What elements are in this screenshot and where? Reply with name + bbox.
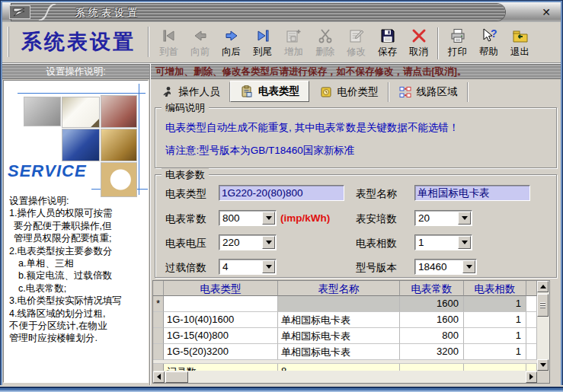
grid-cell[interactable]: 1 [464, 296, 526, 312]
horizontal-scroll-thumb[interactable] [165, 371, 188, 383]
grid-horizontal-scrollbar[interactable] [153, 371, 537, 383]
record-count-value: 8 [278, 364, 400, 371]
model-name-field[interactable] [414, 185, 530, 201]
meter-constant-combo[interactable]: 800 [219, 210, 277, 226]
scroll-up-icon[interactable] [537, 281, 549, 292]
phase-combo[interactable]: 1 [414, 234, 472, 250]
coding-info-line1: 电表类型自动生成不能重复, 其中电表常数是关键数据不能选错！ [165, 121, 459, 135]
grid-cell[interactable]: 1 [464, 312, 526, 328]
grid-cell[interactable] [278, 296, 400, 312]
chevron-down-icon[interactable] [262, 236, 275, 249]
toolbar: 系统表设置 到首 向前 向后 到尾 [2, 22, 561, 63]
table-row[interactable]: 1G-15(40)800 单相国标电卡表 800 1 [153, 328, 537, 344]
tab-price-types[interactable]: 电价类型 [309, 82, 389, 102]
grid-cell[interactable]: 1 [464, 344, 526, 360]
chevron-down-icon[interactable] [458, 236, 471, 249]
title-bar[interactable]: 系统表设置 ✕ [2, 2, 561, 22]
printer-icon [448, 26, 468, 46]
photo-tools [101, 95, 137, 128]
chevron-down-icon[interactable] [462, 260, 475, 273]
grid-cell[interactable]: 1G-5(20)3200 [164, 344, 278, 360]
help-button[interactable]: ? 帮助 [473, 24, 504, 62]
first-record-button[interactable]: 到首 [153, 24, 184, 62]
tab-operators[interactable]: 操作人员 [151, 82, 230, 102]
print-button[interactable]: 打印 [442, 24, 473, 62]
grid-header-cell[interactable]: 电表常数 [400, 281, 464, 296]
instruction-line: 4.线路区域的划分过粗, [9, 308, 146, 320]
table-row[interactable]: * 1600 1 [153, 296, 537, 312]
grid-corner [153, 281, 164, 296]
nav-prev-icon [190, 26, 210, 46]
close-icon[interactable]: ✕ [539, 5, 553, 19]
grid-vertical-scrollbar[interactable] [537, 281, 549, 371]
chevron-down-icon[interactable] [262, 212, 275, 225]
scroll-down-icon[interactable] [537, 359, 549, 371]
grid-header-row: 电表类型 表型名称 电表常数 电表相数 [153, 281, 537, 296]
combo-value: 18460 [415, 261, 462, 272]
page-title: 系统表设置 [8, 27, 149, 57]
grid-cell[interactable]: 1G-10(40)1600 [164, 312, 278, 328]
grid-cell[interactable]: 800 [400, 328, 464, 344]
delete-record-button[interactable]: 删除 [309, 24, 341, 62]
vertical-scroll-thumb[interactable] [537, 294, 549, 317]
last-record-button[interactable]: 到尾 [247, 24, 278, 62]
scroll-left-icon[interactable] [153, 371, 165, 383]
meter-constant-unit: (imp/kWh) [280, 212, 330, 224]
chevron-down-icon[interactable] [458, 212, 471, 225]
collage-crosshair-line [139, 84, 139, 195]
delete-scissors-icon [315, 26, 335, 46]
tab-line-regions[interactable]: 线路区域 [389, 82, 468, 102]
grid-cell[interactable]: 单相国标电卡表 [278, 328, 400, 344]
grid-cell[interactable] [164, 296, 278, 312]
ampere-combo[interactable]: 20 [414, 210, 472, 226]
chevron-down-icon[interactable] [262, 260, 275, 273]
tab-bar: 操作人员 电表类型 电价类型 线路区域 [151, 81, 468, 102]
exit-button[interactable]: 退出 [504, 24, 536, 62]
table-row[interactable]: 1G-10(40)1600 单相国标电卡表 1600 1 [153, 312, 537, 328]
grid-cell[interactable]: 1 [464, 328, 526, 344]
meter-type-field[interactable] [219, 185, 344, 201]
grid-cell[interactable]: 单相国标电卡表 [278, 344, 400, 360]
photo-stapler [24, 97, 61, 126]
grid-header-cell[interactable]: 表型名称 [278, 281, 400, 296]
prev-record-button[interactable]: 向前 [184, 24, 216, 62]
title-curve-decoration [37, 4, 57, 21]
price-type-book-icon [319, 86, 333, 98]
app-logo-icon[interactable] [9, 5, 30, 19]
add-record-button[interactable]: 增加 [278, 24, 309, 62]
nav-first-icon [159, 26, 179, 46]
overload-combo[interactable]: 4 [219, 259, 277, 275]
help-cursor-icon: ? [479, 26, 499, 46]
grid-cell[interactable]: 3200 [400, 344, 464, 360]
toolbar-button-label: 到首 [159, 46, 178, 59]
grid-header-cell[interactable]: 电表类型 [164, 281, 278, 296]
grid-header-cell[interactable]: 电表相数 [464, 281, 526, 296]
cancel-button[interactable]: 取消 [403, 24, 434, 62]
photo-pen [62, 97, 100, 128]
phase-label: 电表相数 [356, 237, 397, 250]
grid-cell[interactable]: 1600 [400, 312, 464, 328]
next-record-button[interactable]: 向后 [216, 24, 247, 62]
row-marker[interactable] [153, 344, 164, 360]
row-marker[interactable]: * [153, 296, 164, 312]
scroll-right-icon[interactable] [526, 371, 537, 383]
row-marker[interactable] [153, 312, 164, 328]
model-version-combo[interactable]: 18460 [414, 259, 477, 275]
toolbar-button-label: 向前 [190, 46, 210, 59]
toolbar-button-label: 退出 [510, 46, 529, 59]
grid-header-filler [526, 281, 537, 296]
grid-cell[interactable]: 单相国标电卡表 [278, 312, 400, 328]
save-floppy-icon [378, 26, 398, 46]
photo-keyboard [62, 129, 100, 161]
instruction-line: 2.电表类型按主要参数分 [9, 245, 146, 257]
grid-cell[interactable]: 1600 [400, 296, 464, 312]
grid-cell[interactable]: 1G-15(40)800 [164, 328, 278, 344]
line-region-diagram-icon [398, 86, 412, 98]
modify-record-button[interactable]: 修改 [341, 24, 372, 62]
table-row[interactable]: 1G-5(20)3200 单相国标电卡表 3200 1 [153, 344, 537, 360]
voltage-combo[interactable]: 220 [219, 234, 277, 250]
save-button[interactable]: 保存 [372, 24, 403, 62]
tab-label: 操作人员 [179, 85, 220, 99]
tab-meter-types[interactable]: 电表类型 [230, 81, 309, 102]
row-marker[interactable] [153, 328, 164, 344]
